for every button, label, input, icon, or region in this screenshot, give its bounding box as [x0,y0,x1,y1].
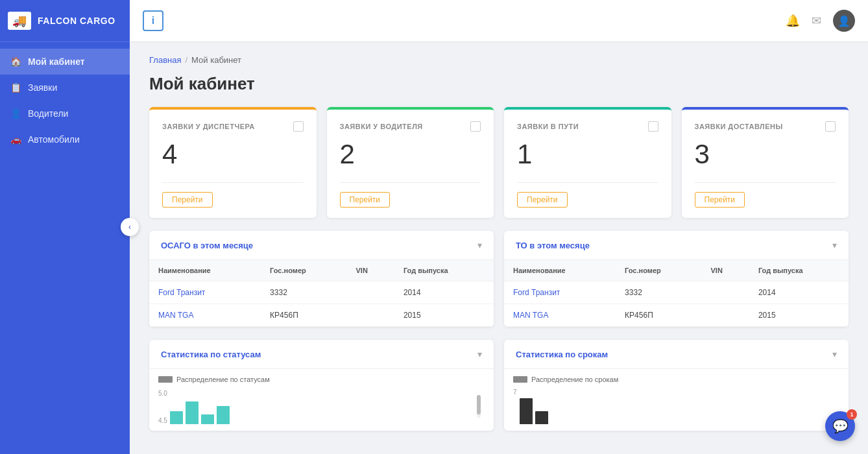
stat-card-dispatcher: ЗАЯВКИ У ДИСПЕТЧЕРА 4 Перейти [149,107,317,218]
y-label-45: 4.5 [158,417,167,424]
y-label-7: 7 [513,388,517,396]
table-row: MAN TGA КР456П 2015 [504,304,849,327]
sidebar-item-label-orders: Заявки [28,82,57,93]
osago-col-name: Наименование [149,260,261,281]
sidebar-item-orders[interactable]: 📋 Заявки [0,75,130,101]
sidebar-item-drivers[interactable]: 👤 Водители [0,101,130,126]
stat-card-transit-checkbox[interactable] [648,121,658,132]
legend-label-deadline: Распределение по срокам [531,376,618,383]
stat-card-dispatcher-checkbox[interactable] [293,121,304,132]
chart-bar [170,411,183,424]
breadcrumb-home[interactable]: Главная [149,55,181,65]
table-row: MAN TGA КР456П 2015 [149,304,494,327]
y-label-5: 5.0 [158,390,167,397]
legend-box-status [158,376,173,383]
stat-card-transit-btn[interactable]: Перейти [517,192,568,208]
chat-badge: 1 [847,409,857,420]
osago-col-vin: VIN [347,260,394,281]
sidebar-item-label-cars: Автомобили [28,134,80,145]
sidebar-item-label-cabinet: Мой кабинет [28,56,85,67]
stat-card-dispatcher-btn[interactable]: Перейти [162,192,213,208]
status-stats-title: Статистика по статусам [161,350,261,359]
deadline-stats-chevron[interactable]: ▾ [832,349,837,359]
cell-year: 2015 [394,304,494,327]
chat-button[interactable]: 💬 1 [825,411,855,441]
stat-card-dispatcher-number: 4 [162,141,304,168]
stat-card-driver-label: ЗАЯВКИ У ВОДИТЕЛЯ [340,123,423,130]
cell-year: 2014 [749,281,849,304]
info-button[interactable]: i [143,10,163,31]
deadline-stats-chart: Распределение по срокам 7 [504,369,849,431]
sidebar-item-cars[interactable]: 🚗 Автомобили [0,126,130,152]
cabinet-icon: 🏠 [10,56,21,67]
stat-card-transit: ЗАЯВКИ В ПУТИ 1 Перейти [504,107,671,218]
vehicle-link[interactable]: MAN TGA [158,311,193,320]
status-stats-chevron[interactable]: ▾ [477,349,482,359]
stat-card-delivered-btn[interactable]: Перейти [695,192,745,208]
stat-card-delivered-label: ЗАЯВКИ ДОСТАВЛЕНЫ [695,123,783,130]
stat-card-transit-label: ЗАЯВКИ В ПУТИ [517,123,579,130]
osago-panel-title: ОСАГО в этом месяце [161,241,253,250]
status-stats-legend: Распределение по статусам [158,376,485,383]
to-col-plate: Гос.номер [616,260,701,281]
to-col-name: Наименование [504,260,616,281]
deadline-stats-legend: Распределение по срокам [513,376,839,383]
sidebar: 🚚 FALCON CARGO 🏠 Мой кабинет 📋 Заявки 👤 … [0,0,130,454]
mail-icon[interactable]: ✉ [812,14,821,28]
stat-cards-row: ЗАЯВКИ У ДИСПЕТЧЕРА 4 Перейти ЗАЯВКИ У В… [149,107,849,218]
cell-vin [702,281,749,304]
cell-vin [702,304,749,327]
page-title: Мой кабинет [149,74,849,94]
osago-col-year: Год выпуска [394,260,494,281]
cell-plate: 3332 [261,281,346,304]
to-panel-chevron[interactable]: ▾ [832,240,837,250]
chart-bar [217,406,230,424]
status-stats-header: Статистика по статусам ▾ [149,340,494,369]
deadline-stats-panel: Статистика по срокам ▾ Распределение по … [504,340,849,431]
status-stats-chart: Распределение по статусам 5.0 4.5 [149,369,494,431]
vehicle-link[interactable]: Ford Транзит [513,288,560,297]
to-col-year: Год выпуска [749,260,849,281]
stat-card-driver-checkbox[interactable] [470,121,481,132]
user-avatar[interactable]: 👤 [833,10,855,32]
to-table: Наименование Гос.номер VIN Год выпуска F… [504,260,849,327]
stat-card-transit-number: 1 [517,141,658,168]
osago-col-plate: Гос.номер [261,260,346,281]
breadcrumb-separator: / [185,55,187,65]
stat-card-delivered-checkbox[interactable] [825,121,836,132]
cell-vin [347,304,394,327]
table-row: Ford Транзит 3332 2014 [504,281,849,304]
main-area: i 🔔 ✉ 👤 Главная / Мой кабинет Мой кабине… [130,0,868,454]
table-row: Ford Транзит 3332 2014 [149,281,494,304]
breadcrumb: Главная / Мой кабинет [149,55,849,65]
sidebar-collapse-button[interactable]: ‹ [121,218,139,236]
stat-card-driver-btn[interactable]: Перейти [340,192,391,208]
to-col-vin: VIN [702,260,749,281]
content-area: Главная / Мой кабинет Мой кабинет ЗАЯВКИ… [130,42,868,454]
sidebar-item-label-drivers: Водители [28,108,68,119]
osago-panel-chevron[interactable]: ▾ [477,240,482,250]
to-panel-header: ТО в этом месяце ▾ [504,231,849,260]
logo-text: FALCON CARGO [38,16,115,26]
cell-plate: 3332 [616,281,701,304]
chart-bar [535,411,548,424]
notification-icon[interactable]: 🔔 [786,14,800,28]
stat-card-dispatcher-label: ЗАЯВКИ У ДИСПЕТЧЕРА [162,123,255,130]
topbar: i 🔔 ✉ 👤 [130,0,868,42]
stat-card-driver: ЗАЯВКИ У ВОДИТЕЛЯ 2 Перейти [327,107,494,218]
vehicle-link[interactable]: Ford Транзит [158,288,205,297]
cell-vin [347,281,394,304]
stat-card-driver-number: 2 [340,141,481,168]
cell-name: MAN TGA [149,304,261,327]
logo-icon: 🚚 [8,12,31,30]
deadline-stats-title: Статистика по срокам [516,350,608,359]
orders-icon: 📋 [10,82,21,93]
cell-name: Ford Транзит [149,281,261,304]
cell-plate: КР456П [616,304,701,327]
cell-year: 2014 [394,281,494,304]
sidebar-item-my-cabinet[interactable]: 🏠 Мой кабинет [0,49,130,75]
legend-box-deadline [513,376,527,383]
status-chart-scrollbar[interactable] [477,395,481,418]
vehicle-link[interactable]: MAN TGA [513,311,548,320]
cell-plate: КР456П [261,304,346,327]
